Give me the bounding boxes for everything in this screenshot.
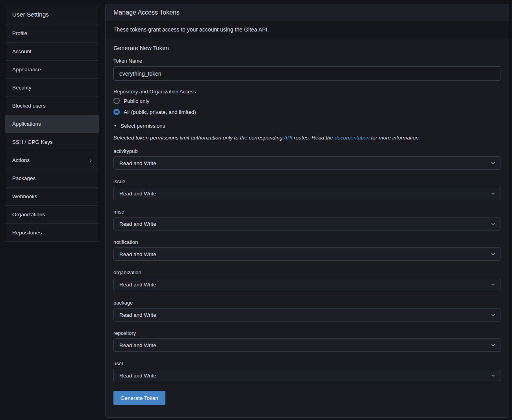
radio-public-only-label: Public only	[124, 98, 149, 104]
sidebar-title: User Settings	[5, 5, 99, 24]
chevron-down-icon	[491, 343, 495, 348]
chevron-right-icon: ›	[90, 157, 92, 163]
sidebar-item-label: Blocked users	[12, 103, 46, 109]
tokens-description: These tokens grant access to your accoun…	[106, 21, 509, 38]
perm-select-package[interactable]: Read and Write	[113, 308, 501, 322]
perm-select-issue[interactable]: Read and Write	[113, 187, 501, 200]
chevron-down-icon	[491, 312, 495, 317]
perm-select-value: Read and Write	[119, 282, 156, 288]
sidebar-item-label: Organizations	[12, 212, 45, 217]
permissions-note: Selected token permissions limit authori…	[113, 135, 501, 141]
note-text: Selected token permissions limit authori…	[113, 135, 284, 141]
sidebar-item-label: Security	[12, 85, 32, 91]
perm-group-user: user Read and Write	[113, 361, 501, 382]
caret-down-icon: ▼	[113, 124, 117, 128]
perm-group-activitypub: activitypub Read and Write	[113, 148, 501, 170]
perm-group-organization: organization Read and Write	[113, 269, 501, 291]
radio-all-access-label: All (public, private, and limited)	[124, 109, 196, 115]
perm-label-activitypub: activitypub	[113, 148, 501, 154]
api-link[interactable]: API	[284, 135, 292, 141]
sidebar-item-label: Repositories	[12, 230, 42, 236]
perm-label-repository: repository	[113, 330, 501, 336]
radio-unselected-icon[interactable]	[113, 98, 120, 104]
note-text: for more information.	[369, 135, 420, 141]
perm-select-value: Read and Write	[119, 191, 156, 197]
sidebar-item-repositories[interactable]: Repositories	[5, 223, 99, 242]
sidebar-item-label: SSH / GPG Keys	[12, 139, 53, 145]
perm-label-notification: notification	[113, 239, 501, 245]
perm-label-issue: issue	[113, 178, 501, 184]
sidebar-item-organizations[interactable]: Organizations	[5, 205, 99, 223]
select-permissions-label: Select permissions	[121, 123, 165, 129]
perm-select-user[interactable]: Read and Write	[113, 369, 501, 382]
perm-select-misc[interactable]: Read and Write	[113, 217, 501, 230]
perm-group-notification: notification Read and Write	[113, 239, 501, 261]
perm-group-repository: repository Read and Write	[113, 330, 501, 352]
chevron-down-icon	[491, 252, 495, 256]
perm-select-value: Read and Write	[119, 312, 156, 318]
sidebar-item-appearance[interactable]: Appearance	[5, 60, 99, 78]
generate-token-button[interactable]: Generate Token	[113, 391, 165, 405]
page-title: Manage Access Tokens	[106, 4, 509, 21]
radio-public-only[interactable]: Public only	[113, 97, 501, 105]
chevron-down-icon	[491, 191, 495, 196]
sidebar-item-label: Packages	[12, 175, 35, 181]
radio-selected-icon[interactable]	[113, 109, 120, 115]
sidebar-item-label: Profile	[12, 30, 27, 36]
token-name-input[interactable]	[113, 66, 501, 81]
settings-sidebar: User Settings Profile Account Appearance…	[5, 5, 99, 242]
sidebar-item-ssh-gpg-keys[interactable]: SSH / GPG Keys	[5, 133, 99, 151]
sidebar-item-profile[interactable]: Profile	[5, 24, 99, 42]
sidebar-item-label: Webhooks	[12, 193, 37, 199]
documentation-link[interactable]: documentation	[335, 135, 370, 141]
sidebar-item-account[interactable]: Account	[5, 42, 99, 60]
sidebar-item-applications[interactable]: Applications	[5, 115, 99, 133]
perm-select-value: Read and Write	[119, 221, 156, 227]
perm-group-misc: misc Read and Write	[113, 209, 501, 230]
manage-access-tokens-panel: Manage Access Tokens These tokens grant …	[105, 4, 509, 418]
chevron-down-icon	[491, 161, 495, 165]
generate-new-token-title: Generate New Token	[113, 45, 501, 52]
perm-label-user: user	[113, 361, 501, 366]
perm-group-issue: issue Read and Write	[113, 178, 501, 200]
sidebar-item-actions[interactable]: Actions ›	[5, 151, 99, 169]
sidebar-item-webhooks[interactable]: Webhooks	[5, 187, 99, 205]
sidebar-item-security[interactable]: Security	[5, 78, 99, 97]
perm-group-package: package Read and Write	[113, 300, 501, 322]
perm-label-misc: misc	[113, 209, 501, 215]
perm-select-activitypub[interactable]: Read and Write	[113, 156, 501, 170]
perm-select-notification[interactable]: Read and Write	[113, 247, 501, 261]
chevron-down-icon	[491, 373, 495, 378]
perm-select-organization[interactable]: Read and Write	[113, 278, 501, 291]
note-text: routes. Read the	[292, 135, 334, 141]
perm-select-value: Read and Write	[119, 160, 156, 166]
sidebar-item-label: Applications	[12, 121, 41, 127]
sidebar-item-label: Actions	[12, 157, 30, 163]
perm-select-value: Read and Write	[119, 373, 156, 379]
chevron-down-icon	[491, 282, 495, 287]
chevron-down-icon	[491, 221, 495, 226]
perm-label-organization: organization	[113, 269, 501, 275]
radio-all-access[interactable]: All (public, private, and limited)	[113, 108, 501, 116]
perm-label-package: package	[113, 300, 501, 306]
sidebar-item-packages[interactable]: Packages	[5, 169, 99, 187]
perm-select-repository[interactable]: Read and Write	[113, 338, 501, 352]
sidebar-item-label: Appearance	[12, 67, 41, 72]
token-name-label: Token Name	[113, 58, 501, 64]
sidebar-item-blocked-users[interactable]: Blocked users	[5, 97, 99, 115]
perm-select-value: Read and Write	[119, 342, 156, 348]
sidebar-item-label: Account	[12, 48, 32, 54]
perm-select-value: Read and Write	[119, 251, 156, 257]
generate-token-form: Generate New Token Token Name Repository…	[106, 38, 509, 413]
repo-org-access-label: Repository and Organization Access	[113, 89, 501, 95]
select-permissions-toggle[interactable]: ▼ Select permissions	[113, 122, 501, 129]
